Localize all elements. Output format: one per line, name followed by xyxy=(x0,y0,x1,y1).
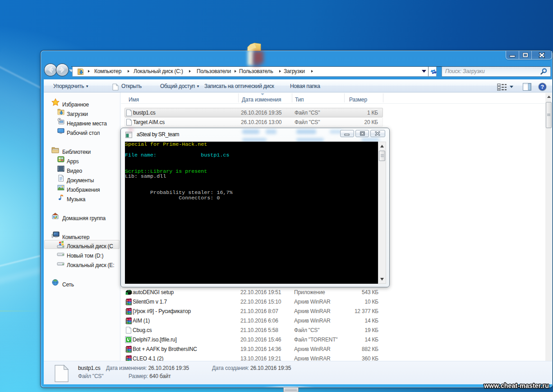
svg-text:?: ? xyxy=(541,84,544,90)
svg-text:www.cheat-master.ru: www.cheat-master.ru xyxy=(484,382,549,389)
